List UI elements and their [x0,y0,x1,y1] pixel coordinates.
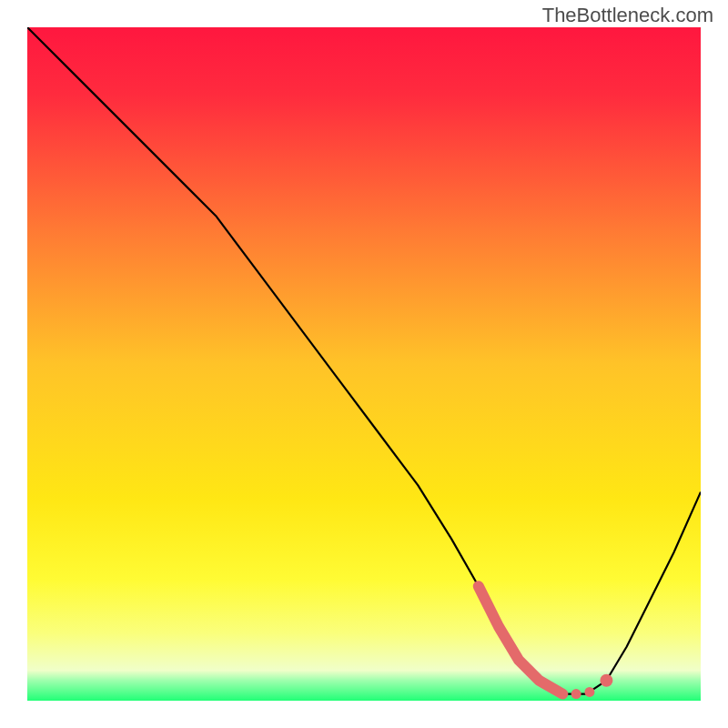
highlight-dot [600,674,612,687]
chart-plot [27,27,701,701]
watermark-text: TheBottleneck.com [542,4,713,27]
highlight-dot [571,689,581,699]
highlight-dot [584,687,594,697]
